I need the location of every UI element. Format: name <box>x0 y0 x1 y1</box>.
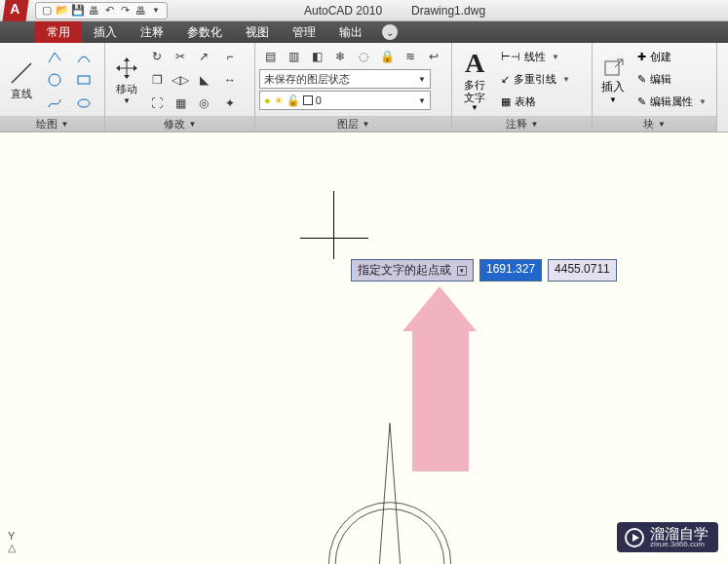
move-label: 移动 <box>116 82 137 96</box>
layer-states-icon[interactable]: ▥ <box>283 46 304 67</box>
panel-block-title[interactable]: 块▼ <box>593 116 716 132</box>
ellipse-icon[interactable] <box>70 93 97 114</box>
create-icon: ✚ <box>637 51 646 63</box>
linear-dim-icon: ⊢⊣ <box>501 51 520 63</box>
circle-icon[interactable] <box>41 69 68 91</box>
tab-annotate[interactable]: 注释 <box>129 21 175 44</box>
tab-insert[interactable]: 插入 <box>82 21 129 44</box>
tab-output[interactable]: 输出 <box>327 21 374 44</box>
tab-manage[interactable]: 管理 <box>281 21 327 44</box>
mleader-icon: ↙ <box>501 73 510 86</box>
polyline-icon[interactable] <box>41 46 68 67</box>
layer-off-icon[interactable]: ◌ <box>353 46 374 67</box>
move-icon <box>113 55 140 82</box>
open-icon[interactable]: 📂 <box>56 4 69 18</box>
panel-layer-title[interactable]: 图层▼ <box>255 116 451 132</box>
tab-view[interactable]: 视图 <box>234 21 281 44</box>
layer-state-dropdown[interactable]: 未保存的图层状态 ▼ <box>259 69 431 89</box>
tab-parametric[interactable]: 参数化 <box>175 21 234 44</box>
svg-point-6 <box>335 508 444 564</box>
lock-icon: 🔓 <box>287 94 300 107</box>
doc-name: Drawing1.dwg <box>411 4 485 18</box>
insert-icon <box>601 56 625 79</box>
compass-drawing <box>283 415 497 564</box>
mtext-button[interactable]: A 多行 文字 ▼ <box>456 46 493 114</box>
quick-access-toolbar: ▢ 📂 💾 🖶 ↶ ↷ 🖶 ▼ <box>35 2 168 19</box>
mtext-label: 多行 文字 <box>464 79 485 102</box>
panel-modify: 移动 ▼ ↻ ✂ ↗ ⌐ ❐ ◁▷ ◣ ↔ ⛶ ▦ <box>105 43 255 132</box>
mtext-icon: A <box>465 48 484 79</box>
arc-icon[interactable] <box>70 46 97 67</box>
layer-freeze-icon[interactable]: ❄ <box>329 46 351 67</box>
new-icon[interactable]: ▢ <box>40 4 54 18</box>
offset-icon[interactable]: ◎ <box>193 93 214 114</box>
layer-match-icon[interactable]: ≋ <box>400 46 421 67</box>
chamfer-icon[interactable]: ◣ <box>193 69 214 91</box>
print-icon[interactable]: 🖶 <box>134 4 147 18</box>
app-logo[interactable] <box>2 0 28 22</box>
edit-icon: ✎ <box>637 73 646 86</box>
plot-icon[interactable]: 🖶 <box>87 4 100 18</box>
scale-icon[interactable]: ⛶ <box>146 93 168 114</box>
svg-point-3 <box>78 99 90 107</box>
rectangle-icon[interactable] <box>70 69 97 91</box>
linear-dim-button[interactable]: ⊢⊣ 线性 ▼ <box>499 46 572 67</box>
panel-draw-title[interactable]: 绘图▼ <box>0 116 104 132</box>
extend-icon[interactable]: ↗ <box>193 46 214 67</box>
undo-icon[interactable]: ↶ <box>102 4 116 18</box>
bulb-icon: ● <box>264 94 271 106</box>
save-icon[interactable]: 💾 <box>71 4 85 18</box>
prompt-text: 指定文字的起点或 <box>358 262 451 279</box>
trim-icon[interactable]: ✂ <box>170 46 191 67</box>
ucs-arrow-icon: △ <box>8 542 16 553</box>
fillet-icon[interactable]: ⌐ <box>216 46 244 67</box>
panel-block: 插入 ▼ ✚ 创建 ✎ 编辑 ✎ 编辑属性 ▼ 块▼ <box>593 43 717 132</box>
prompt-dropdown-icon[interactable]: ▾ <box>457 266 467 276</box>
panel-annotate: A 多行 文字 ▼ ⊢⊣ 线性 ▼ ↙ 多重引线 ▼ ▦ 表格 <box>452 43 593 132</box>
table-button[interactable]: ▦ 表格 <box>499 91 572 112</box>
layer-iso-icon[interactable]: ◧ <box>306 46 327 67</box>
stretch-icon[interactable]: ↔ <box>216 69 244 91</box>
panel-layer: ▤ ▥ ◧ ❄ ◌ 🔒 ≋ ↩ 未保存的图层状态 ▼ ● ☀ 🔓 0 <box>255 43 452 132</box>
crosshair-vertical <box>333 191 334 259</box>
layer-state-label: 未保存的图层状态 <box>264 72 350 87</box>
crosshair-horizontal <box>300 238 368 239</box>
sun-icon: ☀ <box>274 94 284 107</box>
insert-block-button[interactable]: 插入 ▼ <box>596 46 630 114</box>
layer-prop-icon[interactable]: ▤ <box>259 46 281 67</box>
spline-icon[interactable] <box>41 93 68 114</box>
help-icon[interactable]: ⌄ <box>382 24 398 40</box>
drawing-canvas[interactable]: 指定文字的起点或 ▾ 1691.327 4455.0711 Y △ 溜溜自学 z… <box>0 132 728 564</box>
layer-list-dropdown[interactable]: ● ☀ 🔓 0 ▼ <box>259 91 431 110</box>
layer-lock-icon[interactable]: 🔒 <box>376 46 398 67</box>
dynamic-input: 指定文字的起点或 ▾ 1691.327 4455.0711 <box>351 259 617 282</box>
play-icon <box>625 528 644 547</box>
create-block-button[interactable]: ✚ 创建 <box>635 46 709 67</box>
redo-icon[interactable]: ↷ <box>118 4 132 18</box>
qat-dropdown-icon[interactable]: ▼ <box>149 4 163 18</box>
ucs-y-label: Y <box>8 530 15 542</box>
layer-prev-icon[interactable]: ↩ <box>423 46 444 67</box>
line-button[interactable]: 直线 <box>4 46 39 114</box>
explode-icon[interactable]: ✦ <box>216 93 244 114</box>
svg-point-1 <box>49 74 60 86</box>
coord-x-input[interactable]: 1691.327 <box>479 259 542 282</box>
title-bar: ▢ 📂 💾 🖶 ↶ ↷ 🖶 ▼ AutoCAD 2010 Drawing1.dw… <box>0 0 728 21</box>
mirror-icon[interactable]: ◁▷ <box>170 69 191 91</box>
color-swatch <box>303 95 313 105</box>
tab-home[interactable]: 常用 <box>35 21 82 44</box>
coord-y-input[interactable]: 4455.0711 <box>548 259 617 282</box>
svg-point-5 <box>328 503 450 564</box>
panel-annotate-title[interactable]: 注释▼ <box>452 116 592 132</box>
array-icon[interactable]: ▦ <box>170 93 191 114</box>
copy-icon[interactable]: ❐ <box>146 69 168 91</box>
table-icon: ▦ <box>501 95 511 108</box>
edit-attr-button[interactable]: ✎ 编辑属性 ▼ <box>635 91 709 112</box>
edit-block-button[interactable]: ✎ 编辑 <box>635 68 709 90</box>
command-prompt: 指定文字的起点或 ▾ <box>351 259 474 282</box>
rotate-icon[interactable]: ↻ <box>146 46 168 67</box>
move-button[interactable]: 移动 ▼ <box>109 46 144 114</box>
panel-modify-title[interactable]: 修改▼ <box>105 116 254 132</box>
mleader-button[interactable]: ↙ 多重引线 ▼ <box>499 68 572 90</box>
chevron-down-icon: ▼ <box>418 75 426 84</box>
